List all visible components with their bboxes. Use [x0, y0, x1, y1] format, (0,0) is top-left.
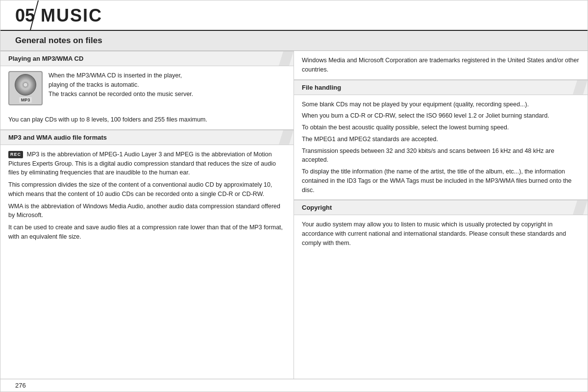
right-column: Windows Media and Microsoft Corporation …	[294, 51, 588, 379]
sub-section-formats-header: MP3 and WMA audio file formats	[0, 130, 294, 145]
sub-section-file-handling-header: File handling	[294, 80, 588, 95]
fh-para6: To display the title information (the na…	[302, 167, 580, 195]
fh-para1: Some blank CDs may not be played by your…	[302, 100, 580, 109]
section-title: General notes on files	[15, 36, 102, 45]
cd-icon: MP3	[8, 71, 43, 105]
formats-para1: REC MP3 is the abbreviation of MPEG-1 Au…	[8, 150, 286, 177]
section-bar: General notes on files	[0, 31, 588, 51]
cd-line2: playing of the tracks is automatic.	[49, 81, 139, 88]
formats-para2: This compression divides the size of the…	[8, 180, 286, 199]
sub-section-copyright-header: Copyright	[294, 200, 588, 215]
copyright-content: Your audio system may allow you to liste…	[294, 215, 588, 252]
mp3-cd-block: MP3 When the MP3/WMA CD is inserted in t…	[0, 66, 294, 110]
left-column: Playing an MP3/WMA CD MP3 When the MP3/W…	[0, 51, 294, 379]
formats-para3: WMA is the abbreviation of Windows Media…	[8, 202, 286, 220]
chapter-title: 05 MUSIC	[15, 5, 102, 26]
formats-para4: It can be used to create and save audio …	[8, 223, 286, 242]
content-area: Playing an MP3/WMA CD MP3 When the MP3/W…	[0, 51, 588, 379]
mp3-extra-text: You can play CDs with up to 8 levels, 10…	[0, 110, 294, 129]
page-number: 276	[15, 382, 26, 389]
fh-para3: To obtain the best acoustic quality poss…	[302, 123, 580, 132]
cd-mp3-label: MP3	[19, 97, 32, 103]
rec-badge: REC	[8, 151, 23, 159]
mp3-wma-label: Playing an MP3/WMA CD	[8, 55, 83, 62]
page-wrapper: 05 MUSIC General notes on files Playing …	[0, 0, 588, 392]
right-top-note: Windows Media and Microsoft Corporation …	[294, 51, 588, 80]
formats-label: MP3 and WMA audio file formats	[8, 134, 107, 141]
chapter-name: MUSIC	[41, 5, 102, 26]
file-handling-label: File handling	[302, 84, 341, 91]
cd-text: When the MP3/WMA CD is inserted in the p…	[49, 71, 193, 98]
cd-line1: When the MP3/WMA CD is inserted in the p…	[49, 72, 182, 79]
chapter-number: 05	[15, 5, 35, 26]
copyright-para1: Your audio system may allow you to liste…	[302, 220, 580, 247]
fh-para4: The MPEG1 and MPEG2 standards are accept…	[302, 135, 580, 144]
file-handling-content: Some blank CDs may not be played by your…	[294, 95, 588, 200]
fh-para2: When you burn a CD-R or CD-RW, select th…	[302, 111, 580, 121]
cd-line3: The tracks cannot be recorded onto the m…	[49, 91, 193, 98]
fh-para5: Transmission speeds between 32 and 320 k…	[302, 147, 580, 165]
page-footer: 276	[0, 379, 588, 392]
sub-section-mp3-wma-header: Playing an MP3/WMA CD	[0, 51, 294, 66]
copyright-label: Copyright	[302, 204, 332, 211]
cd-disc-graphic	[15, 74, 36, 96]
formats-content: REC MP3 is the abbreviation of MPEG-1 Au…	[0, 145, 294, 246]
chapter-header: 05 MUSIC	[0, 0, 588, 31]
